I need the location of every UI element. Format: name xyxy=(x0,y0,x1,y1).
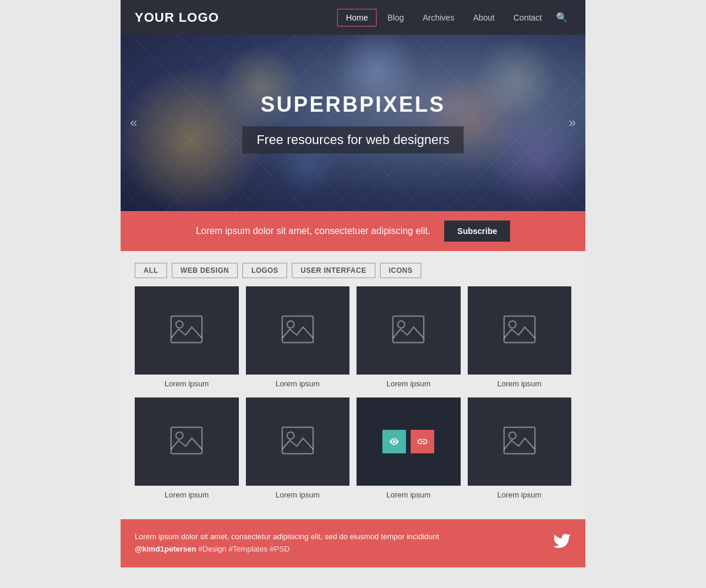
svg-rect-6 xyxy=(504,316,535,343)
grid-item: Lorem ipsum xyxy=(246,397,350,502)
grid-thumb[interactable] xyxy=(135,397,239,486)
subscribe-bar: Lorem ipsum dolor sit amet, consectetuer… xyxy=(121,211,585,251)
twitter-icon[interactable] xyxy=(552,532,571,554)
nav-item-blog[interactable]: Blog xyxy=(379,9,412,26)
hero-next-button[interactable]: » xyxy=(560,109,585,136)
grid-thumb[interactable] xyxy=(246,286,350,375)
svg-rect-8 xyxy=(171,427,202,454)
grid-thumb[interactable] xyxy=(357,286,461,375)
grid-section: Lorem ipsum Lorem ipsum xyxy=(121,286,585,519)
image-placeholder-icon xyxy=(280,423,315,460)
image-placeholder-icon xyxy=(280,312,315,349)
subscribe-button[interactable]: Subscribe xyxy=(444,220,510,242)
hero-section: « SUPERBPIXELS Free resources for web de… xyxy=(121,35,585,211)
svg-point-11 xyxy=(287,432,294,439)
grid-item: Lorem ipsum xyxy=(135,397,239,502)
hero-content: SUPERBPIXELS Free resources for web desi… xyxy=(242,92,464,153)
image-placeholder-icon xyxy=(391,312,426,349)
svg-rect-0 xyxy=(171,316,202,343)
nav: Home Blog Archives About Contact 🔍 xyxy=(337,8,571,26)
link-button[interactable] xyxy=(411,430,434,453)
grid-thumb[interactable] xyxy=(468,397,572,486)
grid-label: Lorem ipsum xyxy=(135,486,239,502)
nav-item-about[interactable]: About xyxy=(465,9,503,26)
image-placeholder-icon xyxy=(169,312,204,349)
svg-rect-2 xyxy=(282,316,314,343)
image-placeholder-icon xyxy=(169,423,204,460)
grid-label: Lorem ipsum xyxy=(468,486,572,502)
grid-thumb-hovered[interactable] xyxy=(357,397,461,486)
image-placeholder-icon xyxy=(502,312,537,349)
grid-label: Lorem ipsum xyxy=(357,486,461,502)
svg-point-7 xyxy=(509,321,516,328)
nav-item-contact[interactable]: Contact xyxy=(505,9,550,26)
search-icon[interactable]: 🔍 xyxy=(552,8,571,26)
logo: YOUR LOGO xyxy=(135,10,219,25)
view-button[interactable] xyxy=(382,430,406,453)
grid-item: Lorem ipsum xyxy=(468,397,572,502)
svg-point-9 xyxy=(176,432,183,439)
filter-all[interactable]: ALL xyxy=(135,263,167,278)
footer-line1: Lorem ipsum dolor sit amet, consectetur … xyxy=(135,531,439,543)
grid-item: Lorem ipsum xyxy=(468,286,572,390)
svg-point-13 xyxy=(509,432,516,439)
filter-icons[interactable]: ICONS xyxy=(380,263,422,278)
svg-rect-10 xyxy=(282,427,314,454)
grid-label: Lorem ipsum xyxy=(468,375,572,390)
thumb-hover-overlay xyxy=(357,397,461,486)
content-grid: Lorem ipsum Lorem ipsum xyxy=(135,286,571,502)
svg-point-3 xyxy=(287,321,294,328)
hero-title: SUPERBPIXELS xyxy=(242,92,464,117)
grid-thumb[interactable] xyxy=(468,286,572,375)
svg-rect-4 xyxy=(393,316,424,343)
grid-label: Lorem ipsum xyxy=(246,486,350,502)
subscribe-text: Lorem ipsum dolor sit amet, consectetuer… xyxy=(196,226,430,236)
grid-thumb[interactable] xyxy=(246,397,350,486)
header: YOUR LOGO Home Blog Archives About Conta… xyxy=(121,0,585,35)
svg-point-1 xyxy=(176,321,183,328)
hero-prev-button[interactable]: « xyxy=(121,109,146,136)
grid-item-hovered: Lorem ipsum xyxy=(357,397,461,502)
nav-item-archives[interactable]: Archives xyxy=(414,9,462,26)
grid-item: Lorem ipsum xyxy=(357,286,461,390)
svg-rect-12 xyxy=(504,427,535,454)
svg-point-5 xyxy=(398,321,405,328)
footer-tags: #Design #Templates #PSD xyxy=(198,544,289,553)
grid-thumb[interactable] xyxy=(135,286,239,375)
filter-bar: ALL WEB DESIGN LOGOS USER INTERFACE ICON… xyxy=(121,251,585,286)
hero-subtitle: Free resources for web designers xyxy=(242,126,464,153)
footer-bar: Lorem ipsum dolor sit amet, consectetur … xyxy=(121,519,585,567)
grid-item: Lorem ipsum xyxy=(246,286,350,390)
footer-handle: @kimd1petersen xyxy=(135,544,196,553)
filter-logos[interactable]: LOGOS xyxy=(242,263,287,278)
nav-item-home[interactable]: Home xyxy=(337,9,377,26)
grid-label: Lorem ipsum xyxy=(135,375,239,390)
filter-user-interface[interactable]: USER INTERFACE xyxy=(292,263,375,278)
grid-label: Lorem ipsum xyxy=(357,375,461,390)
filter-web-design[interactable]: WEB DESIGN xyxy=(172,263,238,278)
image-placeholder-icon xyxy=(502,423,537,460)
footer-text: Lorem ipsum dolor sit amet, consectetur … xyxy=(135,531,439,556)
grid-item: Lorem ipsum xyxy=(135,286,239,390)
grid-label: Lorem ipsum xyxy=(246,375,350,390)
